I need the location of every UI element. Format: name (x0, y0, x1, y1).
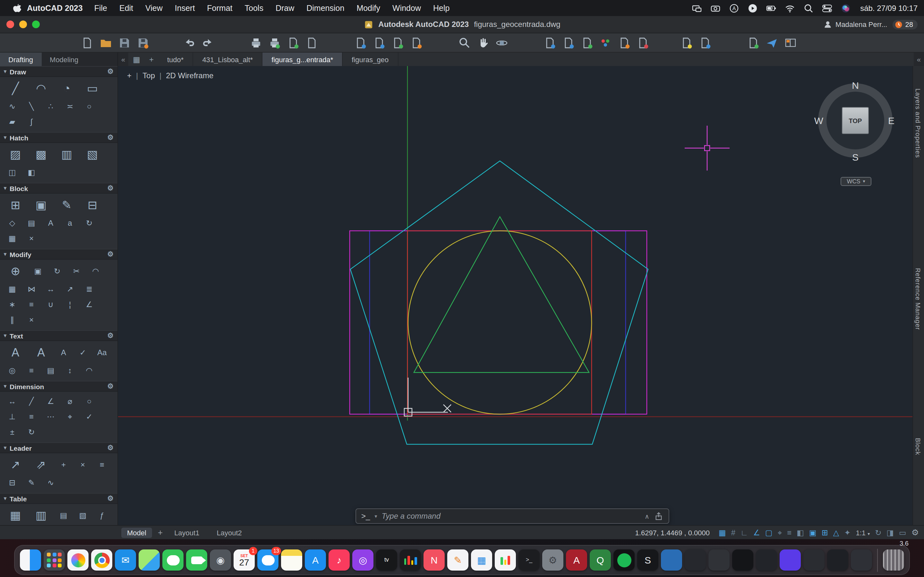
doc-tab-tudo-[interactable]: tudo* (158, 53, 193, 66)
section-header-table[interactable]: ▾Table⚙ (0, 493, 118, 504)
tool-hatch-edit[interactable]: ◧ (24, 166, 39, 178)
dock-icon-numbers[interactable] (495, 550, 516, 571)
tool-region[interactable]: ▰ (5, 115, 19, 127)
dock-icon-launchpad[interactable] (44, 550, 65, 571)
dock-icon-tv[interactable]: tv (376, 550, 397, 571)
dock-icon-chat[interactable]: 13 (257, 550, 278, 571)
viewcube-west[interactable]: W (814, 115, 823, 126)
menu-modify[interactable]: Modify (357, 3, 380, 13)
workspace-tab-modeling[interactable]: Modeling (41, 53, 87, 66)
new-drawing-tab-button[interactable]: + (145, 53, 158, 66)
dock-icon-facetime[interactable] (186, 550, 207, 571)
import-icon[interactable] (354, 36, 367, 49)
gear-icon[interactable]: ⚙ (107, 133, 113, 142)
battery-icon[interactable] (766, 3, 776, 13)
pan-icon[interactable] (477, 36, 489, 49)
tool-purge[interactable]: × (24, 232, 39, 244)
dock-icon-messages[interactable] (162, 550, 184, 571)
tool-write-block[interactable]: ⊟ (82, 197, 103, 213)
tool-add-leader[interactable]: + (57, 459, 71, 471)
attach-reference-icon[interactable] (581, 36, 594, 49)
add-layout-button[interactable]: + (158, 528, 163, 537)
workspace-tab-drafting[interactable]: Drafting (0, 53, 41, 66)
tool-text-style[interactable]: Aa (95, 347, 109, 359)
tool-scale-text[interactable]: ↕ (63, 364, 77, 376)
plot-icon[interactable] (250, 36, 262, 49)
tool-tolerance[interactable]: ± (5, 426, 19, 438)
shape-rectangle-red[interactable] (407, 231, 591, 414)
open-icon[interactable] (99, 36, 112, 49)
tool-linear[interactable]: ↔ (5, 395, 19, 407)
tool-spell-check[interactable]: ✓ (76, 347, 90, 359)
tool-table-from-data[interactable]: ▥ (31, 507, 51, 524)
active-app-name[interactable]: AutoCAD 2023 (27, 3, 83, 13)
dock-icon-maps[interactable] (139, 550, 160, 571)
tool-export-table[interactable]: ▧ (76, 509, 90, 522)
tool-collect-leaders[interactable]: ⊟ (5, 476, 19, 488)
command-line[interactable]: >_ ▾ Type a command ∧ (355, 508, 669, 524)
viewcube-south[interactable]: S (852, 152, 859, 163)
dock-icon-mail[interactable]: ✉ (115, 550, 136, 571)
tool-insert-block[interactable]: ⊞ (5, 197, 26, 213)
tool-arc[interactable]: ◠ (31, 80, 51, 97)
new-icon[interactable] (81, 36, 94, 49)
tool-multileader-style[interactable]: ✎ (24, 476, 39, 488)
visual-style-control[interactable]: 2D Wireframe (166, 71, 213, 80)
dock-icon-app-dark-3[interactable] (756, 550, 777, 571)
menu-view[interactable]: View (145, 3, 163, 13)
collapse-palette-chevron-icon[interactable]: « (118, 53, 128, 66)
shape-circle-yellow[interactable] (408, 231, 591, 414)
gear-icon[interactable]: ⚙ (107, 67, 113, 76)
dock-icon-app-dark-2[interactable] (708, 550, 730, 571)
tool-quick-leader[interactable]: ⇗ (31, 456, 51, 473)
notification-badge[interactable]: 28 (893, 19, 918, 29)
tool-match[interactable]: ≡ (24, 298, 39, 310)
dock-icon-app-violet[interactable] (780, 550, 801, 571)
match-properties-icon[interactable] (562, 36, 575, 49)
gear-icon[interactable]: ⚙ (107, 184, 113, 192)
dock-icon-terminal[interactable]: >_ (519, 550, 540, 571)
tool-single-line-text[interactable]: A (57, 347, 71, 359)
tool-circle[interactable]: ◔ (57, 80, 77, 97)
dock-icon-music[interactable]: ♪ (328, 550, 350, 571)
tool-arc-text[interactable]: ◠ (82, 364, 96, 376)
status-transparency-icon[interactable]: ◧ (796, 528, 804, 537)
tool-table-style[interactable]: ▤ (57, 509, 71, 522)
tool-explode[interactable]: ∗ (5, 298, 19, 310)
quick-plot-icon[interactable] (268, 36, 281, 49)
tool-angular[interactable]: ∠ (44, 395, 58, 407)
tab-model[interactable]: Model (121, 527, 152, 538)
dock-icon-qgis[interactable]: Q (590, 550, 611, 571)
tool-find-replace[interactable]: ◎ (5, 364, 19, 376)
dock-icon-app-dark-5[interactable] (827, 550, 848, 571)
etransmit-icon[interactable] (391, 36, 404, 49)
tool-baseline[interactable]: ≡ (24, 410, 39, 422)
tool-mirror[interactable]: ⋈ (24, 283, 39, 295)
dock-icon-app-blue[interactable] (661, 550, 682, 571)
gear-icon[interactable]: ⚙ (107, 332, 113, 340)
dock-icon-notes[interactable] (281, 550, 302, 571)
dock-icon-shazam[interactable]: S (637, 550, 658, 571)
dock-icon-stocks[interactable] (400, 550, 421, 571)
command-history-caret-icon[interactable]: ▾ (375, 513, 377, 519)
dock-icon-keynote[interactable]: ▦ (471, 550, 492, 571)
section-header-hatch[interactable]: ▾Hatch⚙ (0, 132, 118, 143)
viewport-menu-button[interactable]: + (127, 71, 132, 80)
gear-icon[interactable]: ⚙ (107, 494, 113, 503)
doc-tab-figuras-geo[interactable]: figuras_geo (342, 53, 398, 66)
display-mirror-icon[interactable] (691, 3, 702, 13)
tool-multiline-text[interactable]: A (5, 344, 26, 361)
measure-icon[interactable] (618, 36, 631, 49)
dock-icon-app-store[interactable]: A (305, 550, 326, 571)
tool-construction-line[interactable]: ╲ (24, 100, 39, 112)
panel-tab-reference-manager[interactable]: Reference Manager (914, 268, 921, 330)
user-account-chip[interactable]: Madalena Perr... (823, 20, 887, 29)
tool-spline[interactable]: ∫ (24, 115, 39, 127)
page-setup-icon[interactable] (287, 36, 300, 49)
layer-new-icon[interactable] (680, 36, 693, 49)
command-collapse-icon[interactable]: ∧ (645, 513, 649, 520)
siri-icon[interactable] (840, 3, 851, 13)
tool-align[interactable]: ∥ (5, 314, 19, 326)
zoom-window-icon[interactable] (458, 36, 471, 49)
wifi-icon[interactable] (784, 3, 795, 13)
